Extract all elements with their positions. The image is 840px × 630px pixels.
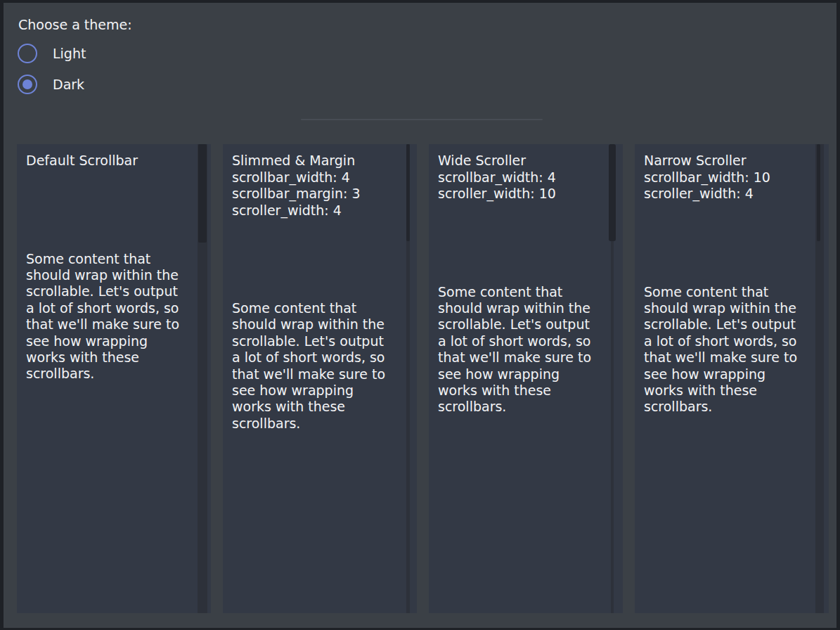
- panel-body-text: Some content that should wrap within the…: [232, 300, 389, 432]
- scrollbar-thumb[interactable]: [609, 144, 616, 241]
- app-window: Choose a theme: Light Dark Default Scrol…: [0, 0, 840, 630]
- radio-option-light[interactable]: Light: [18, 44, 86, 63]
- panel-body-text: Some content that should wrap within the…: [26, 251, 183, 382]
- radio-label-light: Light: [53, 44, 86, 63]
- scrollbar-thumb[interactable]: [817, 144, 820, 241]
- scroll-panel-narrow-scroller[interactable]: Narrow Scroller scrollbar_width: 10 scro…: [635, 144, 829, 613]
- panel-title: Default Scrollbar: [26, 153, 183, 169]
- scroll-panel-slimmed-margin[interactable]: Slimmed & Margin scrollbar_width: 4 scro…: [223, 144, 417, 613]
- radio-label-dark: Dark: [53, 75, 84, 94]
- theme-chooser-label: Choose a theme:: [18, 16, 132, 33]
- scroll-panel-wide-scroller[interactable]: Wide Scroller scrollbar_width: 4 scrolle…: [429, 144, 623, 613]
- window-border-left: [0, 0, 4, 630]
- window-border-top: [0, 0, 840, 3]
- panel-body-text: Some content that should wrap within the…: [644, 284, 801, 416]
- panel-title: Slimmed & Margin: [232, 153, 389, 169]
- window-border-right: [836, 0, 840, 630]
- panel-params: scrollbar_width: 10 scroller_width: 4: [644, 169, 801, 202]
- panel-params: scrollbar_width: 4 scrollbar_margin: 3 s…: [232, 169, 389, 219]
- panel-params: scrollbar_width: 4 scroller_width: 10: [438, 169, 595, 202]
- scrollbar-thumb[interactable]: [198, 144, 207, 243]
- scroll-panel-default[interactable]: Default Scrollbar Some content that shou…: [17, 144, 211, 613]
- panel-title: Wide Scroller: [438, 153, 595, 169]
- scrollbar-thumb[interactable]: [406, 144, 410, 241]
- radio-icon-dark[interactable]: [18, 75, 37, 94]
- radio-option-dark[interactable]: Dark: [18, 75, 84, 94]
- radio-icon-light[interactable]: [18, 44, 37, 63]
- section-divider: [301, 119, 543, 120]
- panel-body-text: Some content that should wrap within the…: [438, 284, 595, 416]
- panel-title: Narrow Scroller: [644, 153, 801, 169]
- radio-dot-icon: [22, 79, 32, 89]
- scroll-demo-panels: Default Scrollbar Some content that shou…: [17, 144, 829, 613]
